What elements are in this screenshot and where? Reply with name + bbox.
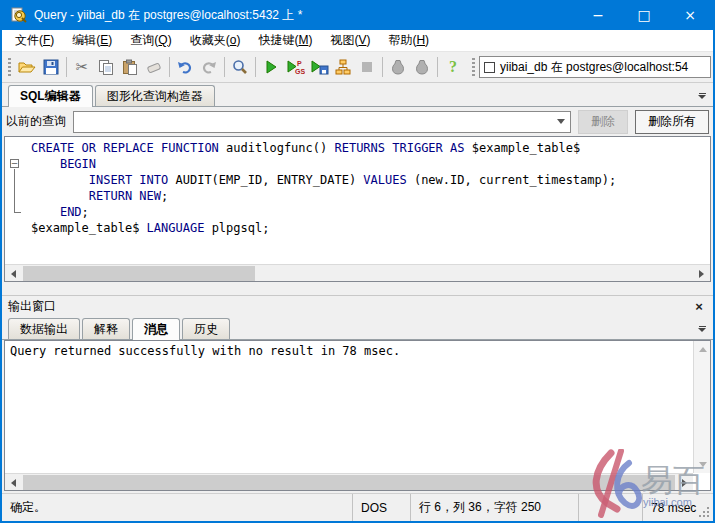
code-line: END; [31, 204, 708, 220]
combo-dropdown-icon[interactable] [552, 112, 570, 132]
output-pane-header: 输出窗口 × [2, 295, 713, 316]
execute-pgscript-icon[interactable]: PGS [283, 55, 307, 79]
code-line: $example_table$ LANGUAGE plpgsql; [31, 220, 708, 236]
menu-o[interactable]: 收藏夹(o) [181, 30, 250, 51]
delete-all-button[interactable]: 删除所有 [635, 110, 709, 134]
status-cell-2: 行 6，列 36，字符 250 [411, 494, 579, 521]
output-tab[interactable]: 消息 [132, 318, 180, 340]
code-line: RETURN NEW; [31, 188, 708, 204]
close-icon[interactable]: × [667, 0, 713, 30]
toolbar-separator [437, 57, 438, 77]
query-result-message: Query returned successfully with no resu… [5, 341, 693, 473]
menu-bar: 文件(F)编辑(E)查询(Q)收藏夹(o)快捷键(M)视图(V)帮助(H) [2, 30, 713, 52]
previous-query-bar: 以前的查询 删除 删除所有 [2, 107, 713, 136]
messages-vscrollbar[interactable] [693, 341, 710, 473]
output-tab[interactable]: 解释 [82, 318, 130, 339]
menu-f[interactable]: 文件(F) [6, 30, 63, 51]
menu-m[interactable]: 快捷键(M) [249, 30, 321, 51]
output-pane-title: 输出窗口 [8, 298, 691, 315]
maximize-icon[interactable]: □ [621, 0, 667, 30]
help-icon[interactable]: ? [441, 55, 465, 79]
editor-tab[interactable]: 图形化查询构造器 [95, 85, 215, 106]
scroll-left-icon[interactable] [5, 265, 22, 282]
status-bar: 确定。DOS行 6，列 36，字符 25078 msec [2, 493, 713, 521]
previous-query-combo[interactable] [73, 111, 571, 133]
connection-combo[interactable]: yiibai_db 在 postgres@localhost:54 [479, 56, 711, 78]
toolbar: ✂PGS? yiibai_db 在 postgres@localhost:54 [2, 52, 713, 83]
save-icon[interactable] [39, 55, 63, 79]
scroll-right-icon[interactable] [693, 265, 710, 282]
scroll-up-icon[interactable] [694, 341, 711, 358]
connection-checkbox[interactable] [484, 62, 495, 73]
execute-to-file-icon[interactable] [307, 55, 331, 79]
code-line: BEGIN [31, 156, 708, 172]
code-line: CREATE OR REPLACE FUNCTION auditlogfunc(… [31, 140, 708, 156]
code-line: INSERT INTO AUDIT(EMP_ID, ENTRY_DATE) VA… [31, 172, 708, 188]
messages-panel[interactable]: Query returned successfully with no resu… [4, 340, 711, 491]
previous-query-label: 以前的查询 [6, 113, 66, 130]
toolbar-grip[interactable] [7, 57, 12, 77]
messages-hscroll-thumb[interactable] [23, 475, 675, 490]
toolbar-separator [169, 57, 170, 77]
paste-icon[interactable] [118, 55, 142, 79]
sql-code[interactable]: CREATE OR REPLACE FUNCTION auditlogfunc(… [5, 137, 710, 264]
output-tab-overflow-icon[interactable] [695, 322, 709, 336]
status-cell-3 [579, 494, 643, 521]
toolbar-grip-2[interactable] [471, 57, 476, 77]
redo-icon[interactable] [197, 55, 221, 79]
menu-h[interactable]: 帮助(H) [379, 30, 438, 51]
macro-1-icon[interactable] [386, 55, 410, 79]
editor-hscrollbar[interactable] [5, 264, 710, 281]
open-file-icon[interactable] [15, 55, 39, 79]
editor-hscroll-thumb[interactable] [23, 266, 255, 281]
undo-icon[interactable] [173, 55, 197, 79]
macro-2-icon[interactable] [410, 55, 434, 79]
delete-button[interactable]: 删除 [578, 110, 628, 134]
editor-tab[interactable]: SQL编辑器 [8, 85, 93, 107]
execute-query-icon[interactable] [259, 55, 283, 79]
cut-icon[interactable]: ✂ [70, 55, 94, 79]
status-cell-0: 确定。 [2, 494, 353, 521]
app-icon [10, 6, 28, 24]
scroll-down-icon[interactable] [694, 456, 711, 473]
menu-e[interactable]: 编辑(E) [63, 30, 121, 51]
output-tab[interactable]: 历史 [182, 318, 230, 339]
toolbar-separator [66, 57, 67, 77]
scroll-right-icon[interactable] [676, 474, 693, 491]
explain-query-icon[interactable] [331, 55, 355, 79]
scroll-left-icon[interactable] [5, 474, 22, 491]
editor-tab-overflow-icon[interactable] [695, 89, 709, 103]
messages-hscrollbar[interactable] [5, 473, 693, 490]
toolbar-separator [224, 57, 225, 77]
pane-splitter[interactable] [2, 282, 713, 295]
output-close-icon[interactable]: × [691, 299, 707, 314]
find-icon[interactable] [228, 55, 252, 79]
titlebar: Query - yiibai_db 在 postgres@localhost:5… [2, 0, 713, 30]
output-tab[interactable]: 数据输出 [8, 318, 80, 339]
minimize-icon[interactable]: − [575, 0, 621, 30]
menu-q[interactable]: 查询(Q) [121, 30, 180, 51]
connection-label: yiibai_db 在 postgres@localhost:54 [500, 59, 688, 76]
window-title: Query - yiibai_db 在 postgres@localhost:5… [34, 7, 575, 24]
cancel-query-icon[interactable] [355, 55, 379, 79]
copy-icon[interactable] [94, 55, 118, 79]
menu-v[interactable]: 视图(V) [321, 30, 379, 51]
query-tool-window: Query - yiibai_db 在 postgres@localhost:5… [0, 0, 715, 523]
toolbar-separator [382, 57, 383, 77]
resize-grip[interactable] [698, 506, 710, 518]
svg-text:GS: GS [295, 68, 305, 75]
status-cell-1: DOS [353, 494, 411, 521]
sql-editor[interactable]: – CREATE OR REPLACE FUNCTION auditlogfun… [4, 136, 711, 282]
output-tabs-row: 数据输出解释消息历史 [2, 316, 713, 340]
clear-window-icon[interactable] [142, 55, 166, 79]
editor-tabs-row: SQL编辑器图形化查询构造器 [2, 83, 713, 107]
toolbar-separator [255, 57, 256, 77]
svg-text:P: P [297, 60, 302, 67]
